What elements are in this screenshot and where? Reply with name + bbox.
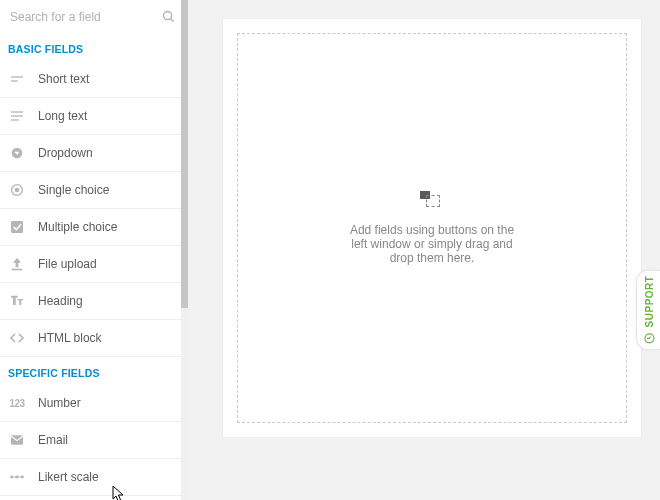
field-label: Dropdown bbox=[38, 146, 93, 160]
dropzone-text: Add fields using buttons on the left win… bbox=[350, 223, 514, 265]
search-icon[interactable] bbox=[161, 9, 176, 24]
field-label: Number bbox=[38, 396, 81, 410]
svg-rect-11 bbox=[12, 269, 23, 271]
checkbox-icon bbox=[8, 218, 26, 236]
field-label: Heading bbox=[38, 294, 83, 308]
sidebar-scrollbar-thumb[interactable] bbox=[181, 0, 188, 308]
form-canvas-card: Add fields using buttons on the left win… bbox=[222, 18, 642, 438]
field-html-block[interactable]: HTML block bbox=[0, 320, 181, 357]
upload-icon bbox=[8, 255, 26, 273]
support-label: SUPPORT bbox=[644, 276, 655, 328]
field-likert-scale[interactable]: Likert scale bbox=[0, 459, 181, 496]
fields-sidebar: BASIC FIELDS Short text Long text Dropdo… bbox=[0, 0, 188, 500]
drag-icon bbox=[420, 191, 444, 209]
support-button[interactable]: SUPPORT bbox=[636, 270, 660, 350]
svg-rect-10 bbox=[11, 221, 23, 233]
field-label: Multiple choice bbox=[38, 220, 117, 234]
field-number[interactable]: 123 Number bbox=[0, 385, 181, 422]
field-label: Single choice bbox=[38, 183, 109, 197]
field-name[interactable]: Name bbox=[0, 496, 181, 500]
search-row bbox=[0, 0, 188, 33]
form-dropzone[interactable]: Add fields using buttons on the left win… bbox=[237, 33, 627, 423]
section-header-specific: SPECIFIC FIELDS bbox=[0, 357, 181, 385]
radio-icon bbox=[8, 181, 26, 199]
dropdown-icon bbox=[8, 144, 26, 162]
svg-point-9 bbox=[15, 188, 20, 193]
field-file-upload[interactable]: File upload bbox=[0, 246, 181, 283]
field-short-text[interactable]: Short text bbox=[0, 61, 181, 98]
field-label: Likert scale bbox=[38, 470, 99, 484]
short-text-icon bbox=[8, 70, 26, 88]
section-header-basic: BASIC FIELDS bbox=[0, 33, 181, 61]
field-heading[interactable]: Heading bbox=[0, 283, 181, 320]
likert-icon bbox=[8, 468, 26, 486]
field-email[interactable]: Email bbox=[0, 422, 181, 459]
long-text-icon bbox=[8, 107, 26, 125]
field-label: Short text bbox=[38, 72, 89, 86]
sidebar-scrollbar[interactable] bbox=[181, 0, 188, 500]
field-single-choice[interactable]: Single choice bbox=[0, 172, 181, 209]
field-label: Email bbox=[38, 433, 68, 447]
form-canvas-area: Add fields using buttons on the left win… bbox=[188, 0, 660, 500]
svg-line-1 bbox=[171, 19, 174, 22]
field-dropdown[interactable]: Dropdown bbox=[0, 135, 181, 172]
heading-icon bbox=[8, 292, 26, 310]
field-long-text[interactable]: Long text bbox=[0, 98, 181, 135]
number-icon: 123 bbox=[8, 394, 26, 412]
email-icon bbox=[8, 431, 26, 449]
code-icon bbox=[8, 329, 26, 347]
field-label: Long text bbox=[38, 109, 87, 123]
field-label: File upload bbox=[38, 257, 97, 271]
field-label: HTML block bbox=[38, 331, 102, 345]
svg-point-0 bbox=[164, 12, 172, 20]
search-input[interactable] bbox=[10, 10, 161, 24]
field-multiple-choice[interactable]: Multiple choice bbox=[0, 209, 181, 246]
